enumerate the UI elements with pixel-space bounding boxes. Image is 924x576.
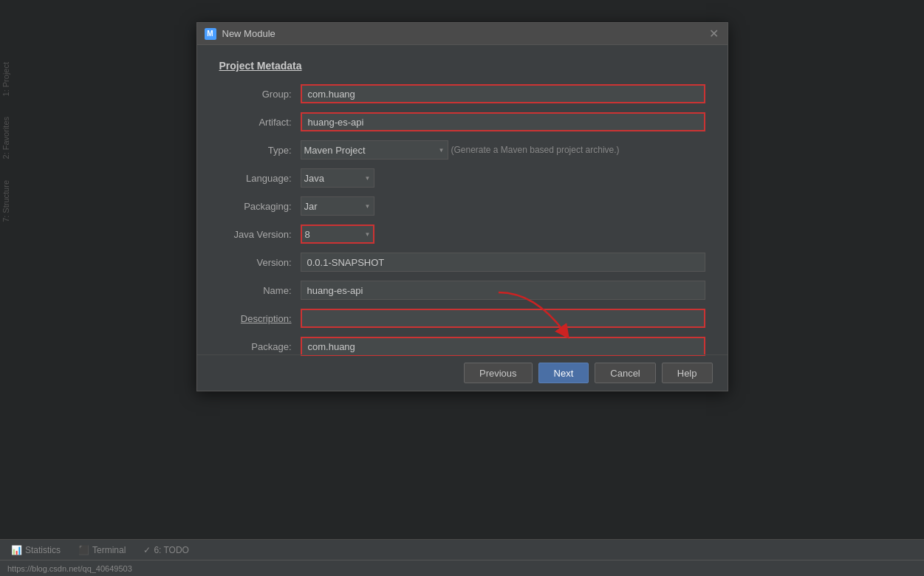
dialog-overlay: M New Module ✕ Project Metadata Group: A…: [0, 0, 924, 576]
version-row: Version:: [219, 252, 705, 272]
language-select-wrapper: Java: [301, 168, 374, 188]
tab-statistics[interactable]: 📊 Statistics: [4, 542, 68, 558]
type-description: (Generate a Maven based project archive.…: [451, 145, 620, 155]
type-select[interactable]: Maven Project: [301, 140, 448, 160]
type-select-wrapper: Maven Project: [301, 140, 448, 160]
dialog-title: New Module: [222, 28, 702, 39]
group-row: Group:: [219, 83, 705, 104]
packaging-select-wrapper: Jar: [301, 196, 374, 216]
name-row: Name:: [219, 280, 705, 301]
java-version-select[interactable]: 8 11 17: [301, 224, 374, 244]
version-label: Version:: [219, 257, 301, 268]
dialog-content: Project Metadata Group: Artifact: Type: …: [197, 45, 728, 379]
description-label: Description:: [219, 313, 301, 324]
version-input[interactable]: [301, 253, 705, 272]
description-row: Description:: [219, 308, 705, 329]
packaging-select[interactable]: Jar: [301, 196, 374, 216]
name-input[interactable]: [301, 281, 705, 300]
close-button[interactable]: ✕: [708, 28, 720, 40]
language-row: Language: Java: [219, 168, 705, 188]
help-button[interactable]: Help: [662, 363, 713, 383]
tab-terminal[interactable]: ⬛ Terminal: [71, 542, 133, 558]
artifact-input[interactable]: [301, 112, 705, 131]
dialog-titlebar: M New Module ✕: [197, 23, 728, 45]
dialog-footer: Previous Next Cancel Help: [197, 354, 728, 391]
statistics-icon: 📊: [11, 545, 22, 555]
package-input[interactable]: [301, 337, 705, 356]
new-module-dialog: M New Module ✕ Project Metadata Group: A…: [196, 22, 728, 391]
type-row: Type: Maven Project (Generate a Maven ba…: [219, 140, 705, 160]
url-text: https://blog.csdn.net/qq_40649503: [7, 564, 132, 573]
type-label: Type:: [219, 145, 301, 156]
tab-todo[interactable]: ✓ 6: TODO: [136, 542, 196, 558]
packaging-row: Packaging: Jar: [219, 196, 705, 216]
artifact-label: Artifact:: [219, 117, 301, 128]
todo-icon: ✓: [143, 545, 151, 555]
description-input[interactable]: [301, 309, 705, 328]
language-label: Language:: [219, 173, 301, 184]
group-label: Group:: [219, 89, 301, 100]
cancel-button[interactable]: Cancel: [595, 363, 655, 383]
name-label: Name:: [219, 285, 301, 296]
packaging-label: Packaging:: [219, 201, 301, 212]
bottom-tabs: 📊 Statistics ⬛ Terminal ✓ 6: TODO: [0, 539, 924, 560]
terminal-icon: ⬛: [78, 545, 89, 555]
previous-button[interactable]: Previous: [464, 363, 533, 383]
java-version-row: Java Version: 8 11 17: [219, 224, 705, 244]
java-version-label: Java Version:: [219, 229, 301, 240]
language-select[interactable]: Java: [301, 168, 374, 188]
group-input[interactable]: [301, 84, 705, 103]
package-label: Package:: [219, 341, 301, 352]
dialog-icon: M: [205, 28, 216, 40]
artifact-row: Artifact:: [219, 112, 705, 132]
java-version-select-wrapper: 8 11 17: [301, 224, 374, 244]
next-button[interactable]: Next: [538, 363, 589, 383]
url-bar: https://blog.csdn.net/qq_40649503: [0, 560, 924, 576]
section-title: Project Metadata: [219, 60, 705, 72]
package-row: Package:: [219, 336, 705, 357]
